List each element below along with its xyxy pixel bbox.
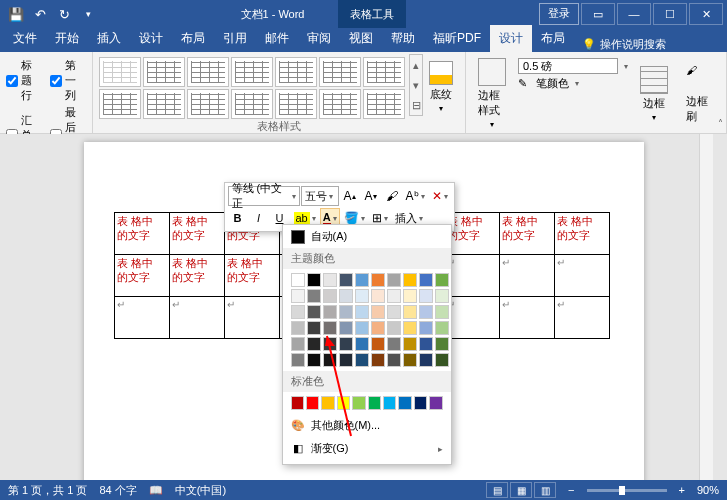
mini-italic[interactable]: I: [249, 208, 269, 228]
style-thumb[interactable]: [231, 89, 273, 119]
color-swatch[interactable]: [403, 353, 417, 367]
tab-foxit[interactable]: 福昕PDF: [424, 25, 490, 52]
color-swatch[interactable]: [435, 305, 449, 319]
tab-file[interactable]: 文件: [4, 25, 46, 52]
tab-table-design[interactable]: 设计: [490, 25, 532, 52]
color-swatch[interactable]: [419, 305, 433, 319]
login-button[interactable]: 登录: [539, 3, 579, 25]
style-thumb[interactable]: [363, 89, 405, 119]
color-swatch[interactable]: [419, 321, 433, 335]
color-swatch[interactable]: [435, 273, 449, 287]
color-swatch[interactable]: [323, 289, 337, 303]
read-mode-icon[interactable]: ▤: [486, 482, 508, 498]
color-swatch[interactable]: [291, 289, 305, 303]
save-icon[interactable]: 💾: [6, 4, 26, 24]
gradient-item[interactable]: ◧ 渐变(G) ▸: [283, 437, 451, 460]
color-swatch[interactable]: [435, 337, 449, 351]
minimize-icon[interactable]: ―: [617, 3, 651, 25]
color-swatch[interactable]: [339, 273, 353, 287]
color-swatch[interactable]: [355, 305, 369, 319]
chk-header-row[interactable]: 标题行: [6, 58, 42, 103]
tab-mailings[interactable]: 邮件: [256, 25, 298, 52]
color-swatch[interactable]: [371, 321, 385, 335]
style-thumb[interactable]: [143, 57, 185, 87]
color-swatch[interactable]: [323, 337, 337, 351]
table-cell[interactable]: ↵: [554, 297, 609, 339]
color-swatch[interactable]: [371, 273, 385, 287]
color-swatch[interactable]: [339, 337, 353, 351]
color-swatch[interactable]: [323, 353, 337, 367]
color-swatch[interactable]: [387, 289, 401, 303]
mini-bold[interactable]: B: [228, 208, 248, 228]
style-thumb[interactable]: [99, 57, 141, 87]
maximize-icon[interactable]: ☐: [653, 3, 687, 25]
color-swatch[interactable]: [398, 396, 411, 410]
mini-grow-font[interactable]: A▴: [340, 186, 360, 206]
tab-table-layout[interactable]: 布局: [532, 25, 574, 52]
color-swatch[interactable]: [387, 353, 401, 367]
color-swatch[interactable]: [337, 396, 350, 410]
color-swatch[interactable]: [355, 337, 369, 351]
color-swatch[interactable]: [307, 353, 321, 367]
mini-size-select[interactable]: 五号▾: [301, 186, 339, 206]
mini-styles[interactable]: Aᵇ▾: [403, 186, 428, 206]
mini-font-select[interactable]: 等线 (中文正▾: [228, 186, 300, 206]
color-swatch[interactable]: [291, 396, 304, 410]
color-swatch[interactable]: [291, 273, 305, 287]
borders-button[interactable]: 边框▾: [634, 54, 674, 133]
color-swatch[interactable]: [419, 353, 433, 367]
border-styles-button[interactable]: 边框样式▾: [472, 54, 512, 133]
web-layout-icon[interactable]: ▥: [534, 482, 556, 498]
style-thumb[interactable]: [143, 89, 185, 119]
pen-color-button[interactable]: ✎笔颜色 ▾: [518, 76, 628, 91]
color-swatch[interactable]: [435, 321, 449, 335]
ribbon-options-icon[interactable]: ▭: [581, 3, 615, 25]
table-cell[interactable]: 表 格中 的文字: [224, 255, 279, 297]
word-count[interactable]: 84 个字: [99, 483, 136, 498]
style-thumb[interactable]: [319, 57, 361, 87]
tab-help[interactable]: 帮助: [382, 25, 424, 52]
language-indicator[interactable]: 中文(中国): [175, 483, 226, 498]
auto-color-item[interactable]: 自动(A): [283, 225, 451, 248]
undo-icon[interactable]: ↶: [30, 4, 50, 24]
table-cell[interactable]: 表 格中 的文字: [169, 213, 224, 255]
table-cell[interactable]: ↵: [224, 297, 279, 339]
color-swatch[interactable]: [403, 289, 417, 303]
color-swatch[interactable]: [321, 396, 334, 410]
table-cell[interactable]: ↵: [444, 297, 499, 339]
color-swatch[interactable]: [291, 337, 305, 351]
border-weight-select[interactable]: 0.5 磅▾: [518, 58, 628, 74]
tab-references[interactable]: 引用: [214, 25, 256, 52]
color-swatch[interactable]: [307, 337, 321, 351]
tab-view[interactable]: 视图: [340, 25, 382, 52]
color-swatch[interactable]: [419, 337, 433, 351]
table-styles-gallery[interactable]: [99, 54, 409, 119]
tab-design[interactable]: 设计: [130, 25, 172, 52]
color-swatch[interactable]: [323, 321, 337, 335]
style-thumb[interactable]: [187, 57, 229, 87]
color-swatch[interactable]: [323, 305, 337, 319]
close-icon[interactable]: ✕: [689, 3, 723, 25]
color-swatch[interactable]: [387, 321, 401, 335]
color-swatch[interactable]: [403, 321, 417, 335]
color-swatch[interactable]: [383, 396, 396, 410]
color-swatch[interactable]: [291, 321, 305, 335]
color-swatch[interactable]: [352, 396, 365, 410]
color-swatch[interactable]: [371, 337, 385, 351]
color-swatch[interactable]: [371, 305, 385, 319]
collapse-ribbon-icon[interactable]: ˄: [718, 118, 723, 129]
color-swatch[interactable]: [307, 273, 321, 287]
color-swatch[interactable]: [435, 289, 449, 303]
color-swatch[interactable]: [291, 305, 305, 319]
table-cell[interactable]: ↵: [169, 297, 224, 339]
style-thumb[interactable]: [187, 89, 229, 119]
table-cell[interactable]: ↵: [554, 255, 609, 297]
color-swatch[interactable]: [339, 321, 353, 335]
color-swatch[interactable]: [291, 353, 305, 367]
color-swatch[interactable]: [387, 337, 401, 351]
tab-layout[interactable]: 布局: [172, 25, 214, 52]
color-swatch[interactable]: [323, 273, 337, 287]
color-swatch[interactable]: [307, 305, 321, 319]
color-swatch[interactable]: [387, 305, 401, 319]
color-swatch[interactable]: [429, 396, 442, 410]
